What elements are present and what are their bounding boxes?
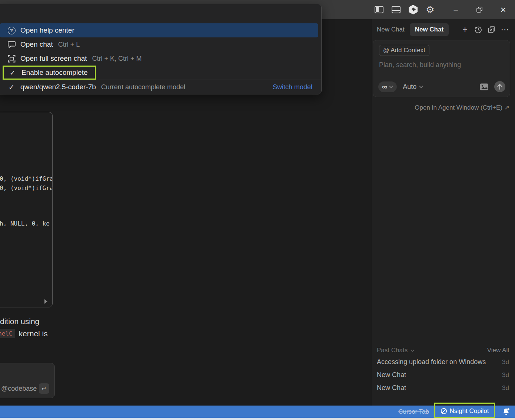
nsight-cube-icon[interactable] [405,2,422,17]
enter-key-icon[interactable]: ↵ [39,383,49,394]
restore-button[interactable] [468,0,491,19]
fullscreen-icon [7,55,16,63]
chat-tabs-row: New Chat New Chat + ⋯ [372,21,515,38]
view-all-link[interactable]: View All [487,347,509,354]
menu-item-open-fullscreen-chat[interactable]: Open full screen chat Ctrl + K, Ctrl + M [0,51,321,66]
chevron-down-icon [411,349,415,352]
past-chat-row[interactable]: New Chat 3d [372,381,515,394]
chat-history-icon[interactable] [474,26,482,34]
help-circle-icon: ? [7,27,16,34]
code-snippet-block: 0, (void*)ifGra 0, (void*)ifGra h, NULL,… [0,112,53,307]
infinity-icon: ∞ [382,83,387,91]
menu-item-open-help-center[interactable]: ? Open help center [0,23,318,37]
past-chats-section: Past Chats View All Accessing upload fol… [372,345,515,394]
new-chat-button[interactable]: + [461,26,469,34]
send-button[interactable] [494,81,505,92]
open-in-agent-window-link[interactable]: Open in Agent Window (Ctrl+E) ↗ [372,104,509,111]
close-button[interactable]: × [491,0,515,19]
code-line: h, NULL, 0, ke [0,220,50,227]
chat-more-menu-icon[interactable]: ⋯ [501,26,509,34]
chat-age: 3d [502,384,509,392]
help-dropdown-menu: ? Open help center Open chat Ctrl + L Op… [0,4,322,94]
model-selector[interactable]: Auto [403,83,423,91]
past-chat-row[interactable]: New Chat 3d [372,369,515,381]
attach-image-icon[interactable] [480,83,488,90]
open-chat-in-window-icon[interactable] [488,26,496,34]
status-bar: Cursor Tab Nsight Copilot [0,406,515,418]
cursor-tab-status[interactable]: Cursor Tab [398,408,429,416]
add-context-button[interactable]: @ Add Context [379,45,429,56]
checkmark-icon: ✓ [8,69,17,77]
toggle-left-panel-icon[interactable] [371,2,388,17]
chevron-down-icon [389,86,393,88]
external-arrow-icon: ↗ [504,104,509,111]
codebase-mention: @codebase [1,385,37,393]
app-window: ⚙ – × New Chat New Chat + [0,0,515,420]
expand-arrow-icon[interactable] [44,299,48,304]
highlight-box: ✓ Enable autocomplete [3,66,96,80]
tab-new-chat-active[interactable]: New Chat [410,23,449,36]
past-chat-row[interactable]: Accessing upload folder on Windows 3d [372,356,515,369]
checkmark-icon: ✓ [7,83,16,91]
menu-item-current-model[interactable]: ✓ qwen/qwen2.5-coder-7b Current autocomp… [0,80,321,94]
menu-item-enable-autocomplete[interactable]: ✓ Enable autocomplete [0,66,321,80]
nsight-copilot-status[interactable]: Nsight Copilot [434,403,495,418]
settings-gear-icon[interactable]: ⚙ [422,2,439,17]
code-line: 0, (void*)ifGra [0,184,53,191]
assistant-text-line: dition using [0,317,39,326]
blocked-icon [441,408,447,414]
model-selected-label: Auto [403,83,416,91]
code-line: 0, (void*)ifGra [0,175,53,182]
inline-chat-input[interactable]: @codebase ↵ [0,363,55,398]
switch-model-link[interactable]: Switch model [273,83,312,91]
inline-code-chip: nelC [0,329,15,338]
tab-new-chat-inactive[interactable]: New Chat [377,26,405,33]
past-chats-toggle[interactable]: Past Chats [377,347,415,354]
chevron-down-icon [419,86,423,88]
chat-age: 3d [502,371,509,379]
assistant-text-line: nelC kernel is [0,329,48,338]
chat-age: 3d [502,359,509,366]
chat-input-card[interactable]: @ Add Context Plan, search, build anythi… [373,40,510,97]
minimize-button[interactable]: – [444,0,468,19]
taskbar-edge [0,418,515,420]
at-icon: @ [383,47,389,54]
notifications-bell-icon[interactable] [502,407,511,416]
chat-input-placeholder[interactable]: Plan, search, build anything [379,61,461,69]
agent-mode-selector[interactable]: ∞ [378,81,397,92]
chat-bubble-icon [7,41,16,48]
toggle-bottom-panel-icon[interactable] [388,2,405,17]
menu-item-open-chat[interactable]: Open chat Ctrl + L [0,37,321,51]
add-context-label: Add Context [391,47,425,54]
